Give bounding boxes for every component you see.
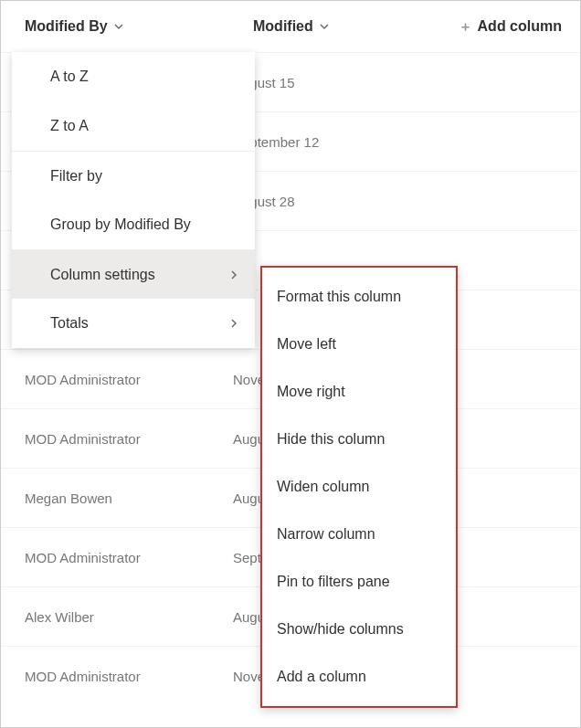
column-settings-submenu: Format this column Move left Move right … [260, 266, 458, 708]
menu-item-label: Show/hide columns [277, 621, 404, 638]
chevron-down-icon [113, 21, 124, 32]
column-header-label: Modified [253, 18, 313, 35]
cell-modified: August 28 [229, 194, 412, 209]
submenu-item-format-column[interactable]: Format this column [262, 273, 456, 321]
submenu-item-add-column[interactable]: Add a column [262, 653, 456, 701]
menu-item-label: Add a column [277, 669, 366, 685]
submenu-item-pin-filters[interactable]: Pin to filters pane [262, 558, 456, 606]
cell-modified-by: MOD Administrator [1, 669, 229, 684]
menu-item-group-by[interactable]: Group by Modified By [12, 200, 255, 249]
add-column-button[interactable]: ＋ Add column [459, 18, 580, 36]
column-header-modified[interactable]: Modified [229, 18, 412, 35]
menu-item-a-to-z[interactable]: A to Z [12, 52, 255, 101]
chevron-down-icon [319, 21, 330, 32]
menu-item-label: Move left [277, 336, 336, 353]
submenu-item-widen-column[interactable]: Widen column [262, 463, 456, 511]
menu-item-column-settings[interactable]: Column settings [12, 249, 255, 299]
cell-modified-by: MOD Administrator [1, 550, 229, 565]
column-header-modified-by[interactable]: Modified By [1, 18, 229, 35]
menu-item-label: Pin to filters pane [277, 574, 390, 590]
cell-modified: September 12 [229, 134, 412, 150]
submenu-item-show-hide-columns[interactable]: Show/hide columns [262, 606, 456, 653]
menu-item-label: Totals [50, 315, 89, 332]
menu-item-label: Format this column [277, 289, 401, 305]
menu-item-label: Move right [277, 384, 345, 400]
submenu-item-hide-column[interactable]: Hide this column [262, 416, 456, 463]
submenu-item-narrow-column[interactable]: Narrow column [262, 511, 456, 558]
cell-modified-by: MOD Administrator [1, 431, 229, 447]
cell-modified-by: MOD Administrator [1, 372, 229, 387]
submenu-item-move-left[interactable]: Move left [262, 321, 456, 368]
submenu-item-move-right[interactable]: Move right [262, 368, 456, 416]
menu-item-label: Widen column [277, 479, 369, 495]
menu-item-label: Hide this column [277, 431, 385, 448]
plus-icon: ＋ [459, 18, 472, 36]
add-column-label: Add column [478, 18, 562, 35]
chevron-right-icon [229, 318, 238, 329]
column-header-row: Modified By Modified ＋ Add column [1, 1, 580, 52]
menu-item-label: Group by Modified By [50, 216, 191, 233]
column-header-label: Modified By [25, 18, 108, 35]
column-context-menu: A to Z Z to A Filter by Group by Modifie… [12, 52, 255, 348]
cell-modified-by: Alex Wilber [1, 609, 229, 625]
cell-modified: August 15 [229, 75, 412, 90]
cell-modified-by: Megan Bowen [1, 491, 229, 506]
menu-item-label: Filter by [50, 168, 102, 185]
menu-item-label: Z to A [50, 118, 89, 134]
menu-item-filter-by[interactable]: Filter by [12, 151, 255, 200]
chevron-right-icon [229, 269, 238, 280]
menu-item-z-to-a[interactable]: Z to A [12, 101, 255, 151]
menu-item-label: A to Z [50, 69, 89, 85]
menu-item-label: Column settings [50, 267, 155, 283]
menu-item-totals[interactable]: Totals [12, 299, 255, 348]
menu-item-label: Narrow column [277, 526, 375, 543]
